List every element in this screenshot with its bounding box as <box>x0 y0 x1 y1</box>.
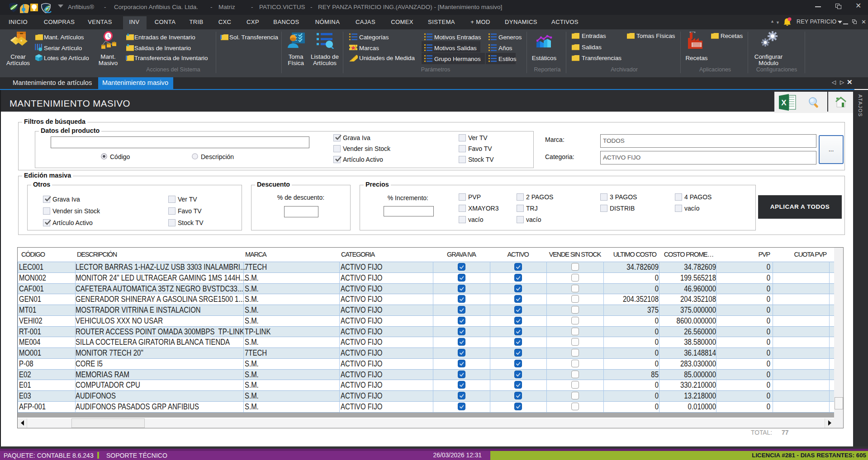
svg-text:X: X <box>781 99 787 107</box>
